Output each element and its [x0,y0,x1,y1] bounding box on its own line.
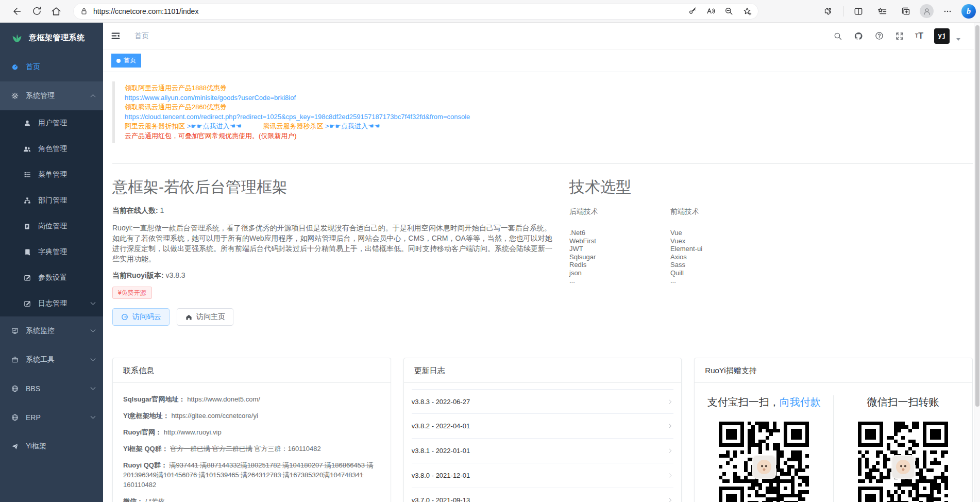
org-tree-icon [23,196,31,205]
page-scrollbar[interactable] [974,23,980,502]
gear-icon [10,92,19,100]
split-screen-icon[interactable] [849,3,868,20]
breadcrumb[interactable]: 首页 [134,31,149,41]
extensions-icon[interactable] [818,3,838,20]
intro-title: 意框架-若依后台管理框架 [112,178,556,196]
contact-row-yi: Yi意框架地址： https://gitee.com/ccnetcore/yi [123,411,380,421]
contact-card-title: 联系信息 [113,358,391,383]
password-key-icon[interactable] [688,6,698,16]
sidebar-item-param-settings[interactable]: 参数设置 [0,265,103,291]
frontend-tech-title: 前端技术 [670,207,771,216]
more-menu-icon[interactable] [938,3,957,20]
donate-card: RuoYi捐赠支持 支付宝扫一扫，向我付款 微信扫一 [694,358,973,502]
scrollbar-thumb[interactable] [975,25,979,407]
sidebar-item-erp[interactable]: ERP [0,403,103,432]
chevron-right-icon [667,472,673,479]
tag-active-dot [116,59,121,63]
alipay-qr-code [719,422,809,502]
sidebar-item-system-monitor[interactable]: 系统监控 [0,316,103,345]
toolbox-icon [10,356,19,364]
search-icon[interactable] [833,31,842,41]
alipay-title: 支付宝扫一扫，向我付款 [695,395,833,409]
notice-line-discount: 阿里云服务器折扣区 >☛☛点我进入☚☚ 腾讯云服务器秒杀区 >☛☛点我进入☚☚ [125,122,973,131]
sidebar-item-role-management[interactable]: 角色管理 [0,136,103,162]
ruoyi-site-link[interactable]: http://www.ruoyi.vip [164,428,222,436]
tencent-enter-link[interactable]: >☛☛点我进入☚☚ [325,122,380,130]
sidebar-item-user-management[interactable]: 用户管理 [0,110,103,136]
tags-view-bar: 首页 [103,49,980,72]
dashboard-icon [10,63,19,71]
sidebar-item-menu-management[interactable]: 菜单管理 [0,162,103,188]
contact-row-ruoyi: Ruoyi官网： http://www.ruoyi.vip [123,427,380,437]
visit-gitee-button[interactable]: 访问码云 [112,308,170,326]
intro-section: 意框架-若依后台管理框架 当前在线人数: 1 Ruoyi:一直想做一款后台管理系… [112,164,556,326]
contact-card: 联系信息 Sqlsugar官网地址： https://www.donet5.co… [112,358,391,502]
sidebar-item-system-management[interactable]: 系统管理 [0,81,103,110]
font-size-icon[interactable]: TT [915,32,923,40]
changelog-item[interactable]: v3.7.0 - 2021-09-13 [412,488,674,502]
favorite-star-icon[interactable] [742,6,752,16]
profile-avatar[interactable] [920,4,934,18]
changelog-item[interactable]: v3.8.1 - 2022-01-01 [412,439,674,463]
user-avatar[interactable]: yj [934,28,950,44]
promo-notice: 领取阿里云通用云产品1888优惠券 https://www.aliyun.com… [112,81,973,143]
zoom-out-icon[interactable] [724,6,734,16]
globe-icon [10,384,19,393]
collections-icon[interactable] [896,3,916,20]
backend-tech-column: 后端技术 .Net6 WebFirst JWT Sqlsugar Redis j… [569,207,670,285]
avatar-caret-icon[interactable] [956,38,960,41]
favorites-bar-icon[interactable] [872,3,892,20]
notice-aliyun-link[interactable]: https://www.aliyun.com/minisite/goods?us… [125,93,973,103]
monitor-icon [10,327,19,335]
tech-section: 技术选型 后端技术 .Net6 WebFirst JWT Sqlsugar Re… [569,164,973,326]
notice-line-tencent-coupon: 领取腾讯云通用云产品2860优惠券 [125,103,973,112]
chevron-up-icon [91,94,96,99]
sidebar-item-system-tools[interactable]: 系统工具 [0,345,103,374]
qr-center-photo [752,455,776,479]
aliyun-enter-link[interactable]: >☛☛点我进入☚☚ [187,122,242,130]
sqlsugar-link[interactable]: https://www.donet5.com/ [187,395,260,403]
url-text[interactable]: https://ccnetcore.com:1101/index [93,7,198,15]
chevron-down-icon [91,413,96,419]
refresh-button[interactable] [27,3,46,20]
address-bar[interactable]: https://ccnetcore.com:1101/index [73,3,758,20]
sidebar-item-home[interactable]: 首页 [0,53,103,81]
dictionary-icon [23,248,31,256]
sidebar-item-yi-framework[interactable]: Yi框架 [0,432,103,461]
changelog-item[interactable]: v3.8.2 - 2022-04-01 [412,414,674,439]
toolbar-divider [843,6,843,16]
changelog-card: 更新日志 v3.8.3 - 2022-06-27 v3.8.2 - 2022-0… [403,358,682,502]
yi-gitee-link[interactable]: https://gitee.com/ccnetcore/yi [171,412,258,420]
sidebar-item-post-management[interactable]: 岗位管理 [0,213,103,239]
sidebar-fold-icon[interactable] [110,30,121,41]
sidebar-item-log-management[interactable]: 日志管理 [0,291,103,316]
tag-home[interactable]: 首页 [111,54,141,68]
frontend-tech-column: 前端技术 Vue Vuex Element-ui Axios Sass Quil… [670,207,771,285]
lock-icon[interactable] [79,7,89,16]
browser-home-button[interactable] [46,3,66,20]
sidebar-item-bbs[interactable]: BBS [0,374,103,403]
copilot-icon[interactable]: b [961,4,976,19]
fullscreen-icon[interactable] [895,31,904,41]
back-button[interactable] [7,3,27,20]
chevron-right-icon [667,447,673,454]
visit-homepage-button[interactable]: 访问主页 [177,308,233,326]
contact-row-yi-qq: Yi框架 QQ群： 官方一群已满 官方二群已满 官方三群：160110482 [123,444,380,454]
home-icon [185,313,193,321]
github-icon[interactable] [853,31,864,41]
sidebar-item-dept-management[interactable]: 部门管理 [0,188,103,213]
donate-card-title: RuoYi捐赠支持 [695,358,972,383]
wechat-title: 微信扫一扫转账 [834,395,972,409]
read-aloud-icon[interactable] [706,6,716,16]
help-icon[interactable] [874,31,884,41]
alipay-pay-link[interactable]: 向我付款 [780,396,821,408]
tree-list-icon [23,171,31,179]
chevron-down-icon [91,384,96,390]
chevron-right-icon [667,423,673,429]
changelog-item[interactable]: v3.8.3 - 2022-06-27 [412,389,674,414]
log-icon [23,299,31,308]
sidebar-item-dict-management[interactable]: 字典管理 [0,239,103,265]
chevron-down-icon [91,356,96,361]
notice-tencent-link[interactable]: https://cloud.tencent.com/redirect.php?r… [125,112,973,122]
changelog-item[interactable]: v3.8.0 - 2021-12-01 [412,463,674,488]
